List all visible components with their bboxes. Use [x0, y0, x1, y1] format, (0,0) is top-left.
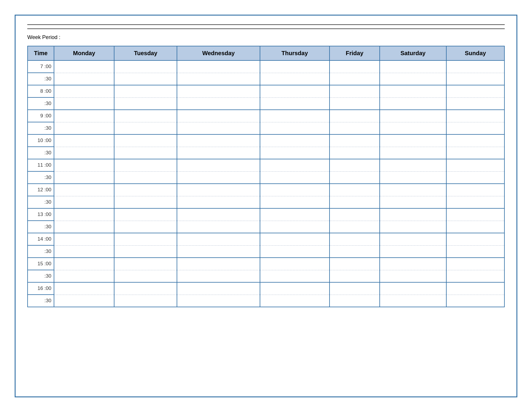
day-cell[interactable]	[54, 270, 114, 282]
day-cell[interactable]	[177, 295, 260, 307]
day-cell[interactable]	[380, 221, 446, 233]
day-cell[interactable]	[446, 258, 504, 270]
day-cell[interactable]	[260, 60, 330, 73]
day-cell[interactable]	[54, 60, 114, 73]
day-cell[interactable]	[330, 134, 380, 147]
day-cell[interactable]	[114, 221, 177, 233]
day-cell[interactable]	[330, 97, 380, 110]
day-cell[interactable]	[260, 196, 330, 208]
day-cell[interactable]	[114, 122, 177, 134]
day-cell[interactable]	[446, 110, 504, 122]
day-cell[interactable]	[177, 258, 260, 270]
day-cell[interactable]	[114, 245, 177, 258]
day-cell[interactable]	[177, 85, 260, 97]
day-cell[interactable]	[177, 110, 260, 122]
day-cell[interactable]	[380, 258, 446, 270]
day-cell[interactable]	[446, 97, 504, 110]
day-cell[interactable]	[54, 221, 114, 233]
day-cell[interactable]	[446, 73, 504, 85]
day-cell[interactable]	[260, 159, 330, 171]
day-cell[interactable]	[54, 208, 114, 221]
day-cell[interactable]	[330, 295, 380, 307]
day-cell[interactable]	[380, 233, 446, 245]
day-cell[interactable]	[260, 110, 330, 122]
day-cell[interactable]	[54, 233, 114, 245]
day-cell[interactable]	[177, 282, 260, 295]
day-cell[interactable]	[177, 221, 260, 233]
day-cell[interactable]	[446, 221, 504, 233]
day-cell[interactable]	[446, 245, 504, 258]
day-cell[interactable]	[260, 122, 330, 134]
day-cell[interactable]	[54, 184, 114, 196]
day-cell[interactable]	[446, 233, 504, 245]
day-cell[interactable]	[260, 73, 330, 85]
day-cell[interactable]	[114, 258, 177, 270]
day-cell[interactable]	[330, 270, 380, 282]
day-cell[interactable]	[330, 85, 380, 97]
day-cell[interactable]	[54, 97, 114, 110]
day-cell[interactable]	[380, 147, 446, 159]
day-cell[interactable]	[114, 60, 177, 73]
day-cell[interactable]	[446, 147, 504, 159]
day-cell[interactable]	[54, 73, 114, 85]
day-cell[interactable]	[260, 134, 330, 147]
day-cell[interactable]	[330, 60, 380, 73]
day-cell[interactable]	[54, 134, 114, 147]
day-cell[interactable]	[177, 147, 260, 159]
day-cell[interactable]	[260, 295, 330, 307]
day-cell[interactable]	[380, 122, 446, 134]
day-cell[interactable]	[260, 208, 330, 221]
day-cell[interactable]	[330, 245, 380, 258]
day-cell[interactable]	[446, 159, 504, 171]
day-cell[interactable]	[380, 134, 446, 147]
day-cell[interactable]	[380, 73, 446, 85]
day-cell[interactable]	[114, 270, 177, 282]
day-cell[interactable]	[54, 245, 114, 258]
day-cell[interactable]	[446, 295, 504, 307]
day-cell[interactable]	[446, 122, 504, 134]
day-cell[interactable]	[54, 159, 114, 171]
day-cell[interactable]	[330, 258, 380, 270]
day-cell[interactable]	[177, 233, 260, 245]
day-cell[interactable]	[114, 233, 177, 245]
day-cell[interactable]	[380, 110, 446, 122]
day-cell[interactable]	[260, 282, 330, 295]
day-cell[interactable]	[380, 171, 446, 184]
day-cell[interactable]	[446, 85, 504, 97]
day-cell[interactable]	[177, 245, 260, 258]
day-cell[interactable]	[177, 159, 260, 171]
day-cell[interactable]	[54, 196, 114, 208]
day-cell[interactable]	[330, 122, 380, 134]
day-cell[interactable]	[446, 196, 504, 208]
day-cell[interactable]	[114, 282, 177, 295]
day-cell[interactable]	[114, 159, 177, 171]
day-cell[interactable]	[54, 171, 114, 184]
day-cell[interactable]	[330, 110, 380, 122]
day-cell[interactable]	[446, 282, 504, 295]
day-cell[interactable]	[114, 110, 177, 122]
day-cell[interactable]	[114, 171, 177, 184]
day-cell[interactable]	[380, 85, 446, 97]
day-cell[interactable]	[54, 122, 114, 134]
day-cell[interactable]	[177, 134, 260, 147]
day-cell[interactable]	[380, 60, 446, 73]
day-cell[interactable]	[380, 196, 446, 208]
day-cell[interactable]	[177, 196, 260, 208]
day-cell[interactable]	[54, 258, 114, 270]
day-cell[interactable]	[177, 208, 260, 221]
day-cell[interactable]	[114, 147, 177, 159]
day-cell[interactable]	[260, 147, 330, 159]
day-cell[interactable]	[114, 184, 177, 196]
day-cell[interactable]	[260, 171, 330, 184]
day-cell[interactable]	[177, 73, 260, 85]
day-cell[interactable]	[380, 184, 446, 196]
day-cell[interactable]	[260, 184, 330, 196]
day-cell[interactable]	[330, 221, 380, 233]
day-cell[interactable]	[380, 270, 446, 282]
day-cell[interactable]	[114, 134, 177, 147]
day-cell[interactable]	[54, 147, 114, 159]
day-cell[interactable]	[54, 85, 114, 97]
day-cell[interactable]	[446, 60, 504, 73]
day-cell[interactable]	[330, 159, 380, 171]
day-cell[interactable]	[260, 97, 330, 110]
